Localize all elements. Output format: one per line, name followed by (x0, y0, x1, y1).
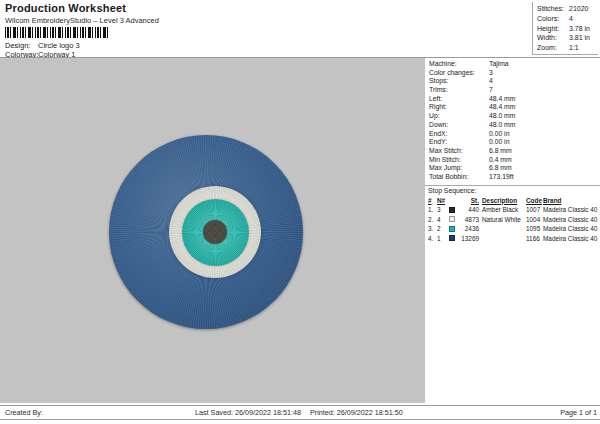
design-barcode (5, 27, 109, 38)
stat-label: Stitches: (537, 4, 569, 14)
stop-sequence-divider (425, 185, 600, 186)
machine-info-row: Up:48.0 mm (429, 112, 600, 121)
machine-info-value: Tajima (489, 60, 509, 69)
stop-sequence-row: 1. 3 440 Amber Black 1007 Madeira Classi… (428, 205, 600, 215)
row-code: 1095 (525, 224, 539, 234)
machine-info-value: 4 (489, 77, 493, 86)
machine-info-row: Min Stitch:0.4 mm (429, 156, 600, 165)
machine-info-value: 7 (489, 86, 493, 95)
col-header-needle: N# (437, 196, 449, 206)
machine-info-row: Trims:7 (429, 86, 600, 95)
machine-info-panel: Machine:Tajima Color changes:3 Stops:4 T… (425, 58, 600, 403)
row-brand: Madeira Classic 40 (539, 205, 597, 215)
thread-color-swatch (449, 207, 455, 213)
machine-info-value: 0.00 in (489, 130, 509, 139)
stat-label: Zoom: (537, 43, 569, 53)
machine-info-row: Max Jump:6.8 mm (429, 164, 600, 173)
production-worksheet-page: { "header": { "title": "Production Works… (0, 0, 600, 424)
design-value: Circle logo 3 (38, 41, 80, 50)
col-header-code: Code (525, 196, 539, 206)
stat-row-stitches: Stitches: 21020 (537, 4, 598, 14)
design-label: Design: (5, 41, 38, 50)
machine-info-row: Color changes:3 (429, 69, 600, 78)
stat-row-height: Height: 3.78 in (537, 24, 598, 34)
row-stitches: 2436 (459, 224, 479, 234)
stat-value: 21020 (569, 4, 588, 14)
stat-row-colors: Colors: 4 (537, 14, 598, 24)
row-code: 1004 (525, 215, 539, 225)
machine-info-label: Color changes: (429, 69, 489, 78)
machine-info-value: 6.8 mm (489, 147, 512, 156)
row-needle: 1 (437, 234, 449, 244)
stat-row-width: Width: 3.81 in (537, 33, 598, 43)
machine-info-value: 0.4 mm (489, 156, 512, 165)
thread-swatch-cell (449, 235, 459, 241)
stat-label: Colors: (537, 14, 569, 24)
stat-label: Width: (537, 33, 569, 43)
col-header-brand: Brand (539, 196, 561, 206)
machine-info-row: Machine:Tajima (429, 60, 600, 69)
machine-info-label: EndX: (429, 130, 489, 139)
machine-info-row: Down:48.0 mm (429, 121, 600, 130)
machine-info-value: 3 (489, 69, 493, 78)
machine-info-row: Max Stitch:6.8 mm (429, 147, 600, 156)
row-stitches: 440 (459, 205, 479, 215)
machine-info-row: EndX:0.00 in (429, 130, 600, 139)
machine-info-list: Machine:Tajima Color changes:3 Stops:4 T… (429, 60, 600, 182)
thread-color-swatch (449, 235, 455, 241)
row-num: 3. (428, 224, 437, 234)
stop-sequence-row: 2. 4 4873 Natural White 1004 Madeira Cla… (428, 215, 600, 225)
machine-info-label: Left: (429, 95, 489, 104)
machine-info-label: Total Bobbin: (429, 173, 489, 182)
row-needle: 2 (437, 224, 449, 234)
machine-info-row: Left:48.4 mm (429, 95, 600, 104)
row-brand: Madeira Classic 40 (539, 215, 597, 225)
footer-created-by: Created By: (5, 408, 43, 417)
design-row: Design: Circle logo 3 (5, 41, 80, 50)
machine-info-value: 0.00 in (489, 138, 509, 147)
row-num: 1. (428, 205, 437, 215)
col-header-num: # (428, 196, 437, 206)
machine-info-value: 173.19ft (489, 173, 514, 182)
machine-info-value: 6.8 mm (489, 164, 512, 173)
eye-pupil (203, 220, 227, 244)
stop-sequence-title: Stop Sequence: (428, 187, 600, 196)
row-description: Amber Black (479, 205, 525, 215)
machine-info-row: Stops:4 (429, 77, 600, 86)
machine-info-value: 48.4 mm (489, 95, 515, 104)
app-subtitle: Wilcom EmbroideryStudio – Level 3 Advanc… (5, 16, 159, 25)
page-title: Production Worksheet (5, 2, 126, 14)
footer-last-saved: Last Saved: 26/09/2022 18:51:48 (195, 408, 301, 417)
row-num: 2. (428, 215, 437, 225)
stop-sequence-row: 4. 1 13269 1166 Madeira Classic 40 (428, 234, 600, 244)
machine-info-value: 48.0 mm (489, 112, 515, 121)
stat-value: 3.78 in (569, 24, 590, 34)
machine-info-value: 48.4 mm (489, 103, 515, 112)
row-brand: Madeira Classic 40 (539, 234, 597, 244)
thread-swatch-cell (449, 226, 459, 232)
stat-label: Height: (537, 24, 569, 34)
footer-printed: Printed: 26/09/2022 18:51:50 (310, 408, 403, 417)
eye-white-ring (169, 186, 261, 278)
machine-info-row: Right:48.4 mm (429, 103, 600, 112)
row-stitches: 13269 (459, 234, 479, 244)
row-brand: Madeira Classic 40 (539, 224, 597, 234)
stop-sequence-section: Stop Sequence: # N# St. Description Code… (428, 187, 600, 243)
row-needle: 4 (437, 215, 449, 225)
machine-info-label: Max Jump: (429, 164, 489, 173)
stop-sequence-row: 3. 2 2436 1095 Madeira Classic 40 (428, 224, 600, 234)
footer-page-number: Page 1 of 1 (560, 408, 597, 417)
eye-outer-circle (109, 135, 303, 329)
thread-swatch-cell (449, 207, 459, 213)
stat-row-zoom: Zoom: 1:1 (537, 43, 598, 53)
row-code: 1166 (525, 234, 539, 244)
row-code: 1007 (525, 205, 539, 215)
thread-color-swatch (449, 226, 455, 232)
machine-info-label: Trims: (429, 86, 489, 95)
machine-info-label: EndY: (429, 138, 489, 147)
machine-info-label: Machine: (429, 60, 489, 69)
footer-top-divider (0, 405, 600, 406)
machine-info-label: Right: (429, 103, 489, 112)
thread-swatch-cell (449, 216, 459, 222)
row-description: Natural White (479, 215, 525, 225)
